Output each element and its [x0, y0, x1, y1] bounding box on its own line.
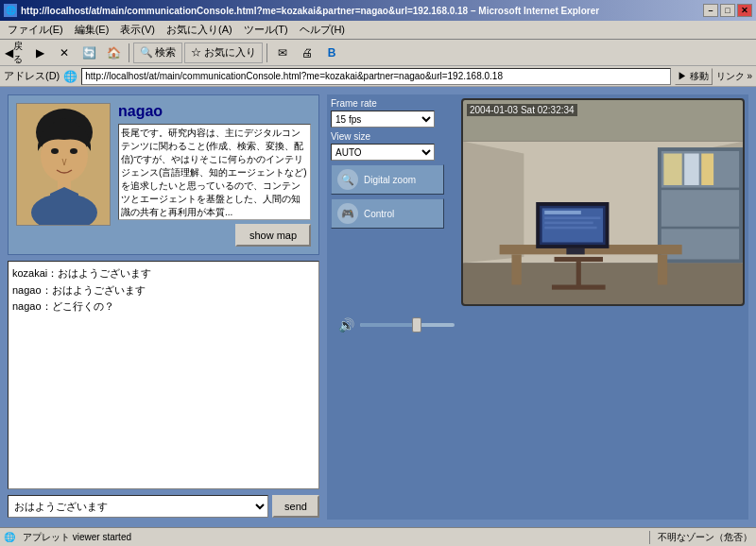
digital-zoom-button[interactable]: 🔍 Digital zoom — [331, 164, 444, 195]
back-label: 戻る — [13, 40, 26, 66]
back-button[interactable]: ◀ 戻る — [4, 43, 26, 63]
control-button[interactable]: 🎮 Control — [331, 198, 444, 229]
chat-messages: kozakai：おはようございます nagao：おはようございます nagao：… — [8, 261, 319, 489]
profile-area: nagao 長尾です。研究内容は、主にデジタルコンテンツに関わること(作成、検索… — [8, 94, 319, 255]
svg-rect-30 — [555, 257, 603, 262]
svg-rect-14 — [662, 190, 739, 227]
svg-rect-27 — [544, 216, 600, 219]
left-panel: nagao 長尾です。研究内容は、主にデジタルコンテンツに関わること(作成、検索… — [8, 94, 319, 520]
digital-zoom-label: Digital zoom — [364, 175, 416, 185]
menu-view[interactable]: 表示(V) — [114, 21, 161, 39]
svg-rect-17 — [684, 154, 698, 185]
avatar-svg — [17, 104, 111, 226]
search-icon: 🔍 — [140, 46, 153, 59]
svg-rect-15 — [662, 229, 739, 259]
main-content: nagao 長尾です。研究内容は、主にデジタルコンテンツに関わること(作成、検索… — [0, 87, 756, 527]
bluetooth-button[interactable]: B — [320, 43, 343, 63]
menu-favorites[interactable]: お気に入り(A) — [161, 21, 238, 39]
close-button[interactable]: ✕ — [737, 4, 752, 17]
svg-rect-26 — [544, 211, 581, 214]
mail-icon: ✉ — [278, 46, 287, 60]
refresh-button[interactable]: 🔄 — [77, 43, 100, 63]
print-icon: 🖨 — [301, 46, 313, 60]
svg-rect-29 — [544, 227, 596, 230]
status-separator — [649, 531, 650, 544]
go-label: ▶ 移動 — [678, 70, 709, 83]
stop-icon: ✕ — [60, 46, 69, 60]
camera-controls: Frame rate 15 fps View size AUTO 🔍 Digit… — [331, 98, 454, 306]
profile-bio: 長尾です。研究内容は、主にデジタルコンテンツに関わること(作成、検索、変換、配信… — [118, 124, 311, 220]
right-panel: Frame rate 15 fps View size AUTO 🔍 Digit… — [327, 94, 748, 520]
address-label: アドレス(D) — [4, 69, 60, 83]
back-icon: ◀ — [5, 46, 13, 60]
frame-rate-label: Frame rate — [331, 98, 454, 109]
svg-rect-20 — [511, 254, 521, 284]
toolbar-separator-2 — [266, 43, 267, 62]
chat-message-1: kozakai：おはようございます — [12, 265, 315, 282]
menu-bar: ファイル(E) 編集(E) 表示(V) お気に入り(A) ツール(T) ヘルプ(… — [0, 21, 756, 40]
svg-rect-32 — [552, 285, 606, 290]
camera-timestamp: 2004-01-03 Sat 02:32:34 — [467, 104, 577, 116]
address-icon: 🌐 — [63, 70, 77, 83]
menu-file[interactable]: ファイル(E) — [2, 21, 69, 39]
address-bar: アドレス(D) 🌐 ▶ 移動 リンク » — [0, 66, 756, 87]
bluetooth-icon: B — [328, 46, 336, 60]
zone-text: 不明なゾーン（危否） — [658, 531, 752, 544]
stop-button[interactable]: ✕ — [53, 43, 76, 63]
input-area: おはようございます send — [8, 495, 319, 520]
svg-rect-24 — [566, 248, 584, 254]
svg-rect-21 — [658, 254, 667, 284]
svg-rect-16 — [663, 154, 681, 185]
volume-track — [360, 323, 417, 327]
menu-edit[interactable]: 編集(E) — [69, 21, 115, 39]
svg-rect-31 — [576, 262, 581, 286]
message-input-select[interactable]: おはようございます — [8, 495, 268, 518]
forward-icon: ▶ — [36, 46, 44, 60]
zoom-icon: 🔍 — [337, 169, 358, 190]
home-button[interactable]: 🏠 — [102, 43, 125, 63]
toolbar-separator-1 — [129, 43, 129, 62]
links-button[interactable]: リンク » — [716, 70, 752, 83]
address-input[interactable] — [81, 68, 670, 85]
mail-button[interactable]: ✉ — [271, 43, 294, 63]
toolbar: ◀ 戻る ▶ ✕ 🔄 🏠 🔍 検索 ☆ お気に入り ✉ 🖨 B — [0, 40, 756, 66]
frame-rate-group: Frame rate 15 fps — [331, 98, 454, 128]
svg-rect-28 — [544, 222, 593, 225]
profile-info: nagao 長尾です。研究内容は、主にデジタルコンテンツに関わること(作成、検索… — [118, 103, 311, 247]
svg-point-3 — [51, 148, 59, 154]
print-button[interactable]: 🖨 — [296, 43, 318, 63]
control-label: Control — [364, 209, 394, 219]
chat-message-2: nagao：おはようございます — [12, 282, 315, 299]
profile-name: nagao — [118, 103, 311, 120]
forward-button[interactable]: ▶ — [28, 43, 51, 63]
minimize-button[interactable]: – — [703, 4, 718, 17]
volume-slider[interactable] — [360, 323, 455, 327]
status-icon: 🌐 — [4, 532, 15, 542]
app-icon: 🌐 — [4, 4, 17, 17]
svg-rect-8 — [463, 263, 743, 304]
volume-icon: 🔊 — [338, 317, 354, 333]
view-size-label: View size — [331, 131, 454, 142]
menu-tools[interactable]: ツール(T) — [238, 21, 294, 39]
send-button[interactable]: send — [272, 495, 319, 518]
favorites-button[interactable]: ☆ お気に入り — [184, 43, 263, 63]
show-map-button[interactable]: show map — [235, 224, 311, 247]
go-button[interactable]: ▶ 移動 — [675, 68, 713, 85]
maximize-button[interactable]: □ — [720, 4, 735, 17]
home-icon: 🏠 — [107, 46, 121, 60]
volume-thumb[interactable] — [412, 317, 421, 333]
title-bar: 🌐 http://localhost/at/main/communication… — [0, 0, 756, 21]
camera-feed: 2004-01-03 Sat 02:32:34 — [461, 98, 745, 306]
control-icon: 🎮 — [337, 203, 358, 224]
menu-help[interactable]: ヘルプ(H) — [294, 21, 351, 39]
frame-rate-select[interactable]: 15 fps — [331, 111, 435, 128]
camera-section: Frame rate 15 fps View size AUTO 🔍 Digit… — [331, 98, 745, 306]
svg-rect-18 — [701, 154, 713, 185]
favorites-label: ☆ お気に入り — [191, 45, 256, 60]
window-title: http://localhost/at/main/communicationCo… — [21, 6, 599, 16]
avatar — [16, 103, 111, 226]
refresh-icon: 🔄 — [82, 46, 96, 60]
view-size-select[interactable]: AUTO — [331, 144, 435, 161]
search-button[interactable]: 🔍 検索 — [133, 43, 182, 63]
chat-message-3: nagao：どこ行くの？ — [12, 299, 315, 316]
